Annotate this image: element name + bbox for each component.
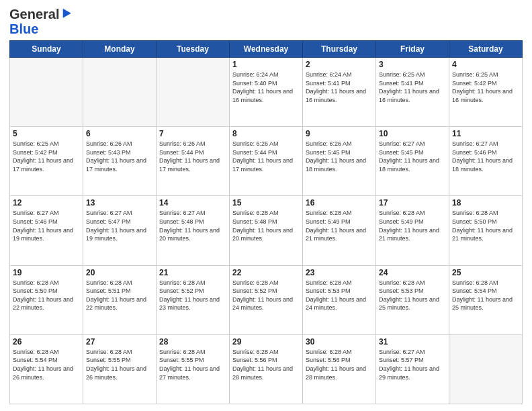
day-info: Sunrise: 6:28 AM Sunset: 5:54 PM Dayligh… bbox=[452, 279, 519, 312]
day-info: Sunrise: 6:25 AM Sunset: 5:42 PM Dayligh… bbox=[13, 140, 80, 173]
calendar-cell: 20Sunrise: 6:28 AM Sunset: 5:51 PM Dayli… bbox=[83, 265, 157, 334]
day-number: 23 bbox=[306, 268, 373, 277]
calendar-cell: 1Sunrise: 6:24 AM Sunset: 5:40 PM Daylig… bbox=[230, 58, 303, 127]
day-info: Sunrise: 6:26 AM Sunset: 5:44 PM Dayligh… bbox=[232, 140, 300, 173]
day-number: 16 bbox=[306, 198, 373, 208]
calendar-week-row: 5Sunrise: 6:25 AM Sunset: 5:42 PM Daylig… bbox=[10, 127, 523, 196]
calendar-cell: 26Sunrise: 6:28 AM Sunset: 5:54 PM Dayli… bbox=[10, 334, 83, 404]
day-number: 20 bbox=[86, 268, 153, 277]
calendar-cell: 5Sunrise: 6:25 AM Sunset: 5:42 PM Daylig… bbox=[10, 127, 83, 196]
day-info: Sunrise: 6:27 AM Sunset: 5:47 PM Dayligh… bbox=[86, 209, 153, 242]
calendar-cell: 7Sunrise: 6:26 AM Sunset: 5:44 PM Daylig… bbox=[157, 127, 230, 196]
day-number: 17 bbox=[379, 198, 446, 208]
calendar-cell: 2Sunrise: 6:24 AM Sunset: 5:41 PM Daylig… bbox=[303, 58, 376, 127]
day-info: Sunrise: 6:28 AM Sunset: 5:56 PM Dayligh… bbox=[232, 348, 300, 381]
day-number: 2 bbox=[306, 60, 373, 69]
day-number: 10 bbox=[379, 129, 446, 138]
day-info: Sunrise: 6:26 AM Sunset: 5:43 PM Dayligh… bbox=[86, 140, 153, 173]
calendar-cell: 13Sunrise: 6:27 AM Sunset: 5:47 PM Dayli… bbox=[83, 196, 157, 265]
weekday-header-row: SundayMondayTuesdayWednesdayThursdayFrid… bbox=[10, 41, 523, 58]
calendar-cell: 9Sunrise: 6:26 AM Sunset: 5:45 PM Daylig… bbox=[303, 127, 376, 196]
calendar-cell: 6Sunrise: 6:26 AM Sunset: 5:43 PM Daylig… bbox=[83, 127, 157, 196]
day-info: Sunrise: 6:28 AM Sunset: 5:51 PM Dayligh… bbox=[86, 279, 153, 312]
calendar-cell bbox=[157, 58, 230, 127]
calendar-cell: 29Sunrise: 6:28 AM Sunset: 5:56 PM Dayli… bbox=[230, 334, 303, 404]
day-number: 13 bbox=[86, 198, 153, 208]
calendar-cell bbox=[449, 334, 523, 404]
day-info: Sunrise: 6:26 AM Sunset: 5:44 PM Dayligh… bbox=[159, 140, 226, 173]
day-info: Sunrise: 6:27 AM Sunset: 5:48 PM Dayligh… bbox=[159, 209, 226, 242]
day-number: 29 bbox=[232, 337, 300, 347]
day-info: Sunrise: 6:28 AM Sunset: 5:49 PM Dayligh… bbox=[306, 209, 373, 242]
calendar-cell: 25Sunrise: 6:28 AM Sunset: 5:54 PM Dayli… bbox=[449, 265, 523, 334]
day-info: Sunrise: 6:25 AM Sunset: 5:41 PM Dayligh… bbox=[379, 71, 446, 104]
logo-icon bbox=[59, 6, 71, 17]
day-number: 4 bbox=[452, 60, 519, 69]
calendar-week-row: 26Sunrise: 6:28 AM Sunset: 5:54 PM Dayli… bbox=[10, 334, 523, 404]
calendar-cell: 3Sunrise: 6:25 AM Sunset: 5:41 PM Daylig… bbox=[376, 58, 449, 127]
calendar-cell: 27Sunrise: 6:28 AM Sunset: 5:55 PM Dayli… bbox=[83, 334, 157, 404]
calendar-cell: 21Sunrise: 6:28 AM Sunset: 5:52 PM Dayli… bbox=[157, 265, 230, 334]
calendar-cell: 30Sunrise: 6:28 AM Sunset: 5:56 PM Dayli… bbox=[303, 334, 376, 404]
header: General Blue bbox=[9, 7, 523, 36]
calendar-cell: 19Sunrise: 6:28 AM Sunset: 5:50 PM Dayli… bbox=[10, 265, 83, 334]
weekday-header-thursday: Thursday bbox=[303, 41, 376, 58]
weekday-header-wednesday: Wednesday bbox=[230, 41, 303, 58]
day-number: 19 bbox=[13, 268, 80, 277]
calendar-cell: 15Sunrise: 6:28 AM Sunset: 5:48 PM Dayli… bbox=[230, 196, 303, 265]
calendar-cell: 14Sunrise: 6:27 AM Sunset: 5:48 PM Dayli… bbox=[157, 196, 230, 265]
weekday-header-tuesday: Tuesday bbox=[157, 41, 230, 58]
day-info: Sunrise: 6:25 AM Sunset: 5:42 PM Dayligh… bbox=[452, 71, 519, 104]
calendar-week-row: 1Sunrise: 6:24 AM Sunset: 5:40 PM Daylig… bbox=[10, 58, 523, 127]
day-info: Sunrise: 6:27 AM Sunset: 5:57 PM Dayligh… bbox=[379, 348, 446, 381]
calendar-cell: 31Sunrise: 6:27 AM Sunset: 5:57 PM Dayli… bbox=[376, 334, 449, 404]
calendar-cell: 24Sunrise: 6:28 AM Sunset: 5:53 PM Dayli… bbox=[376, 265, 449, 334]
calendar-cell: 12Sunrise: 6:27 AM Sunset: 5:46 PM Dayli… bbox=[10, 196, 83, 265]
day-number: 3 bbox=[379, 60, 446, 69]
day-info: Sunrise: 6:28 AM Sunset: 5:49 PM Dayligh… bbox=[379, 209, 446, 242]
day-info: Sunrise: 6:24 AM Sunset: 5:41 PM Dayligh… bbox=[306, 71, 373, 104]
day-number: 26 bbox=[13, 337, 80, 347]
logo-blue-text: Blue bbox=[9, 21, 38, 36]
calendar-cell: 22Sunrise: 6:28 AM Sunset: 5:52 PM Dayli… bbox=[230, 265, 303, 334]
day-info: Sunrise: 6:27 AM Sunset: 5:46 PM Dayligh… bbox=[452, 140, 519, 173]
calendar-cell: 8Sunrise: 6:26 AM Sunset: 5:44 PM Daylig… bbox=[230, 127, 303, 196]
day-info: Sunrise: 6:27 AM Sunset: 5:46 PM Dayligh… bbox=[13, 209, 80, 242]
weekday-header-sunday: Sunday bbox=[10, 41, 83, 58]
day-info: Sunrise: 6:28 AM Sunset: 5:48 PM Dayligh… bbox=[232, 209, 300, 242]
calendar-cell: 16Sunrise: 6:28 AM Sunset: 5:49 PM Dayli… bbox=[303, 196, 376, 265]
calendar-cell: 17Sunrise: 6:28 AM Sunset: 5:49 PM Dayli… bbox=[376, 196, 449, 265]
day-info: Sunrise: 6:28 AM Sunset: 5:55 PM Dayligh… bbox=[86, 348, 153, 381]
day-number: 15 bbox=[232, 198, 300, 208]
day-number: 9 bbox=[306, 129, 373, 138]
calendar-cell: 10Sunrise: 6:27 AM Sunset: 5:45 PM Dayli… bbox=[376, 127, 449, 196]
calendar-cell: 4Sunrise: 6:25 AM Sunset: 5:42 PM Daylig… bbox=[449, 58, 523, 127]
day-info: Sunrise: 6:28 AM Sunset: 5:53 PM Dayligh… bbox=[306, 279, 373, 312]
calendar-table: SundayMondayTuesdayWednesdayThursdayFrid… bbox=[9, 40, 523, 404]
weekday-header-friday: Friday bbox=[376, 41, 449, 58]
day-number: 18 bbox=[452, 198, 519, 208]
day-info: Sunrise: 6:24 AM Sunset: 5:40 PM Dayligh… bbox=[232, 71, 300, 104]
day-number: 25 bbox=[452, 268, 519, 277]
day-number: 7 bbox=[159, 129, 226, 138]
day-info: Sunrise: 6:28 AM Sunset: 5:52 PM Dayligh… bbox=[232, 279, 300, 312]
day-info: Sunrise: 6:28 AM Sunset: 5:50 PM Dayligh… bbox=[13, 279, 80, 312]
day-number: 5 bbox=[13, 129, 80, 138]
calendar-week-row: 12Sunrise: 6:27 AM Sunset: 5:46 PM Dayli… bbox=[10, 196, 523, 265]
day-number: 31 bbox=[379, 337, 446, 347]
day-number: 6 bbox=[86, 129, 153, 138]
day-info: Sunrise: 6:26 AM Sunset: 5:45 PM Dayligh… bbox=[306, 140, 373, 173]
weekday-header-saturday: Saturday bbox=[449, 41, 523, 58]
calendar-cell: 11Sunrise: 6:27 AM Sunset: 5:46 PM Dayli… bbox=[449, 127, 523, 196]
day-info: Sunrise: 6:28 AM Sunset: 5:50 PM Dayligh… bbox=[452, 209, 519, 242]
weekday-header-monday: Monday bbox=[83, 41, 157, 58]
calendar-cell: 28Sunrise: 6:28 AM Sunset: 5:55 PM Dayli… bbox=[157, 334, 230, 404]
calendar-cell: 23Sunrise: 6:28 AM Sunset: 5:53 PM Dayli… bbox=[303, 265, 376, 334]
day-number: 30 bbox=[306, 337, 373, 347]
day-number: 24 bbox=[379, 268, 446, 277]
day-number: 27 bbox=[86, 337, 153, 347]
logo: General Blue bbox=[9, 7, 69, 36]
day-info: Sunrise: 6:28 AM Sunset: 5:55 PM Dayligh… bbox=[159, 348, 226, 381]
day-info: Sunrise: 6:28 AM Sunset: 5:56 PM Dayligh… bbox=[306, 348, 373, 381]
day-number: 22 bbox=[232, 268, 300, 277]
